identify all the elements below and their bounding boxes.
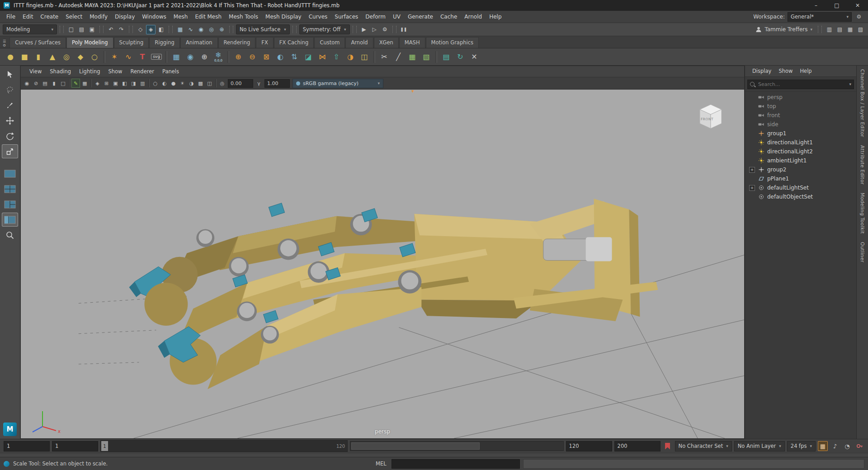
symmetry-dropdown[interactable]: Symmetry: Off ▾ bbox=[299, 24, 350, 34]
select-camera-icon[interactable]: ◉ bbox=[23, 79, 31, 88]
shelf-icon-extract[interactable]: ⊠ bbox=[259, 50, 273, 64]
snap-to-grid-button[interactable]: ▦ bbox=[175, 25, 185, 34]
shelf-menu-icon[interactable]: ☰ bbox=[3, 40, 6, 43]
ao-icon[interactable]: ▩ bbox=[196, 79, 205, 88]
shelf-icon-bridge[interactable]: ⋈ bbox=[316, 50, 329, 64]
paint-selection-tool[interactable] bbox=[2, 98, 18, 112]
maximize-button[interactable]: □ bbox=[826, 0, 847, 11]
minimize-button[interactable]: – bbox=[806, 0, 826, 11]
bookmarks-icon[interactable]: ▮ bbox=[50, 79, 58, 88]
shelf-tab-curves-surfaces[interactable]: Curves / Surfaces bbox=[9, 37, 66, 48]
range-slider[interactable] bbox=[350, 441, 564, 451]
search-input[interactable] bbox=[757, 81, 846, 88]
safe-title-icon[interactable]: ▥ bbox=[138, 79, 147, 88]
shelf-gear-icon[interactable]: ⚙ bbox=[3, 44, 6, 47]
field-chart-icon[interactable]: ◧ bbox=[120, 79, 129, 88]
shelf-icon-modeling-toolkit[interactable]: ▦ bbox=[170, 50, 183, 64]
shelf-tab-xgen[interactable]: XGen bbox=[374, 37, 399, 48]
shelf-icon-poly-sphere[interactable]: ● bbox=[4, 50, 17, 64]
menu-edit-mesh[interactable]: Edit Mesh bbox=[191, 12, 225, 22]
shelf-icon-subdivide[interactable]: ⇅ bbox=[288, 50, 301, 64]
gate-mask-icon[interactable]: ▣ bbox=[111, 79, 120, 88]
menu-curves[interactable]: Curves bbox=[305, 12, 331, 22]
pause-viewport-button[interactable]: ❚❚ bbox=[399, 25, 409, 34]
lasso-select-tool[interactable] bbox=[2, 83, 18, 97]
menu-generate[interactable]: Generate bbox=[404, 12, 437, 22]
wireframe-on-shaded-icon[interactable]: ✎ bbox=[71, 79, 80, 88]
animation-start-field[interactable] bbox=[4, 441, 50, 451]
panel-menu-shading[interactable]: Shading bbox=[46, 67, 75, 76]
shelf-icon-poly-torus[interactable]: ◎ bbox=[60, 50, 73, 64]
menu-select[interactable]: Select bbox=[62, 12, 86, 22]
shelf-icon-quad-draw[interactable]: ▦ bbox=[406, 50, 419, 64]
camera-attributes-icon[interactable]: ▤ bbox=[41, 79, 49, 88]
anim-layer-menu[interactable]: No Anim Layer ▾ bbox=[734, 441, 785, 451]
separator-grip[interactable] bbox=[229, 26, 233, 33]
panel-menu-view[interactable]: View bbox=[25, 67, 46, 76]
playback-end-field[interactable] bbox=[566, 441, 612, 451]
shelf-icon-multi-cut[interactable]: ✂ bbox=[377, 50, 391, 64]
chevron-down-icon[interactable]: ▾ bbox=[849, 82, 851, 86]
outliner-menu-show[interactable]: Show bbox=[775, 66, 796, 76]
toggle-attribute-editor-button[interactable]: ▤ bbox=[835, 25, 844, 34]
outliner-item-group1[interactable]: group1 bbox=[745, 129, 856, 138]
separator-grip[interactable] bbox=[99, 26, 104, 33]
lights-icon[interactable]: ☀ bbox=[178, 79, 187, 88]
menu-mesh-tools[interactable]: Mesh Tools bbox=[225, 12, 262, 22]
shelf-icon-poly-disc[interactable]: ○ bbox=[88, 50, 101, 64]
render-button[interactable]: ▶ bbox=[359, 25, 369, 34]
render-settings-button[interactable]: ⚙ bbox=[380, 25, 390, 34]
panel-menu-panels[interactable]: Panels bbox=[158, 67, 183, 76]
range-slider-handle[interactable] bbox=[351, 442, 480, 450]
command-output[interactable] bbox=[523, 459, 864, 469]
shelf-icon-uv-editor[interactable]: ▤ bbox=[439, 50, 453, 64]
tab-attribute-editor[interactable]: Attribute Editor bbox=[860, 145, 865, 185]
outliner-menu-display[interactable]: Display bbox=[749, 66, 775, 76]
exposure-field[interactable]: 0.00 bbox=[228, 79, 253, 88]
shelf-icon-poly-cone[interactable]: ▲ bbox=[46, 50, 59, 64]
select-hierarchy-mode-button[interactable]: ◇ bbox=[136, 25, 145, 34]
film-gate-icon[interactable]: ◈ bbox=[93, 79, 102, 88]
mute-audio-button[interactable]: ♪ bbox=[830, 441, 840, 451]
shelf-icon-poly-plane[interactable]: ◆ bbox=[74, 50, 87, 64]
menu-create[interactable]: Create bbox=[37, 12, 62, 22]
viewport-3d[interactable]: ▾ FRONT x persp bbox=[21, 90, 744, 438]
menu-mesh-display[interactable]: Mesh Display bbox=[262, 12, 305, 22]
exposure-icon[interactable]: ◎ bbox=[218, 79, 226, 88]
workspace-dropdown[interactable]: General* ▾ bbox=[788, 12, 852, 22]
shelf-icon-separate[interactable]: ⊖ bbox=[245, 50, 259, 64]
snap-keys-button[interactable]: ▦ bbox=[818, 441, 828, 451]
gamma-field[interactable]: 1.00 bbox=[264, 79, 290, 88]
menu-file[interactable]: File bbox=[3, 12, 19, 22]
shelf-icon-mirror[interactable]: ◫ bbox=[358, 50, 371, 64]
animation-end-field[interactable] bbox=[614, 441, 660, 451]
outliner-item-defaultobjectset[interactable]: defaultObjectSet bbox=[745, 192, 856, 201]
outliner-menu-help[interactable]: Help bbox=[796, 66, 815, 76]
command-input[interactable] bbox=[392, 459, 520, 469]
toggle-channel-box-button[interactable]: ▥ bbox=[825, 25, 834, 34]
snap-to-curve-button[interactable]: ∿ bbox=[186, 25, 195, 34]
shelf-icon-make-live[interactable]: ◉ bbox=[184, 50, 197, 64]
ipr-render-button[interactable]: ▷ bbox=[370, 25, 379, 34]
shelf-icon-paint-transfer[interactable]: ▧ bbox=[420, 50, 433, 64]
new-scene-button[interactable]: □ bbox=[66, 25, 76, 34]
shelf-tab-rendering[interactable]: Rendering bbox=[218, 37, 256, 48]
tab-channel-box-layer-editor[interactable]: Channel Box / Layer Editor bbox=[860, 69, 865, 137]
outliner-item-directionallight1[interactable]: directionalLight1 bbox=[745, 138, 856, 147]
save-scene-button[interactable]: ▣ bbox=[87, 25, 97, 34]
separator-grip[interactable] bbox=[353, 26, 357, 33]
playback-time-button[interactable]: ◔ bbox=[842, 441, 852, 451]
menu-deform[interactable]: Deform bbox=[362, 12, 389, 22]
wireframe-mode-icon[interactable]: ○ bbox=[151, 79, 160, 88]
shelf-tab-rigging[interactable]: Rigging bbox=[149, 37, 180, 48]
menu-help[interactable]: Help bbox=[486, 12, 505, 22]
live-surface-dropdown[interactable]: No Live Surface ▾ bbox=[236, 24, 290, 34]
snap-to-view-plane-button[interactable]: ⊕ bbox=[217, 25, 226, 34]
menu-cache[interactable]: Cache bbox=[437, 12, 461, 22]
menu-arnold[interactable]: Arnold bbox=[461, 12, 486, 22]
layout-four-pane-button[interactable] bbox=[2, 182, 18, 196]
menu-windows[interactable]: Windows bbox=[138, 12, 170, 22]
lock-camera-icon[interactable]: ⊘ bbox=[32, 79, 40, 88]
select-object-mode-button[interactable]: ◈ bbox=[146, 25, 156, 34]
snap-to-projected-center-button[interactable]: ◎ bbox=[207, 25, 216, 34]
